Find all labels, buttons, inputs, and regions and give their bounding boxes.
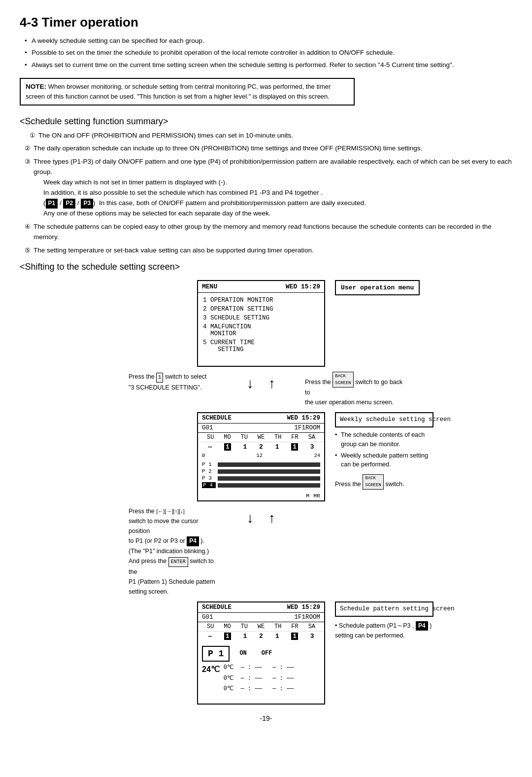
sp-num-th: 1: [275, 633, 279, 640]
press-select-item: "3 SCHEDULE SETTING".: [129, 384, 202, 391]
num-we: 2: [259, 443, 263, 451]
item-1-text: The ON and OFF (PROHIBITION and PERMISSI…: [38, 132, 293, 139]
note-label: NOTE:: [26, 83, 46, 90]
right-press-back: Press the BACKSCREEN switch to go back t…: [305, 372, 403, 408]
right-panel-pattern: Schedule pattern setting screen • Schedu…: [335, 601, 433, 640]
item-1: ① The ON and OFF (PROHIBITION and PERMIS…: [30, 131, 512, 141]
sp-num-mo: 1: [224, 633, 231, 640]
press-cursor-text9: setting screen.: [129, 588, 168, 595]
diagram-section: MENU WED 15:29 1 OPERATION MONITOR 2 OPE…: [20, 280, 512, 705]
p4-badge-cursor: P4: [187, 536, 199, 546]
day-th: TH: [274, 434, 281, 441]
sched-mr: MR: [313, 493, 320, 499]
press-back2-text2: switch.: [385, 481, 404, 488]
num-tu: 1: [243, 443, 247, 451]
center-arrows-2: ↓ ↑: [227, 506, 295, 530]
p1-big-label: P 1: [202, 646, 230, 662]
p2-bar: [218, 469, 320, 474]
pattern-desc1: • Schedule pattern (P1～P3 ,: [335, 622, 414, 629]
enter-btn-icon: ENTER: [168, 557, 188, 567]
menu-screen: MENU WED 15:29 1 OPERATION MONITOR 2 OPE…: [197, 280, 325, 367]
temp-row-1: 0℃ — : —— — : ——: [224, 663, 294, 673]
menu-screen-body: 1 OPERATION MONITOR 2 OPERATION SETTING …: [198, 293, 324, 366]
sched-bottom: M MR: [198, 491, 324, 500]
row-2: SCHEDULE WED 15:29 G01 1F1ROOM SU MO TU …: [20, 412, 512, 501]
p3-label: P 3: [202, 475, 216, 481]
center-panel-2: SCHEDULE WED 15:29 G01 1F1ROOM SU MO TU …: [197, 412, 325, 501]
item-3-line1: Three types (P1-P3) of daily ON/OFF patt…: [33, 158, 512, 176]
temp-big: 24℃: [202, 663, 220, 674]
press-cursor-text5: (The "P1" indication blinking.): [129, 548, 209, 555]
sched-pat-header-right: WED 15:29: [287, 604, 320, 611]
sched-pat-subheader: G01 1F1ROOM: [198, 613, 324, 622]
page-title: 4-3 Timer operation: [20, 15, 512, 30]
num-4: ④: [25, 222, 31, 232]
pattern-desc2: ): [430, 622, 432, 629]
num-th: 1: [275, 443, 279, 451]
row-3: SCHEDULE WED 15:29 G01 1F1ROOM SU MO TU …: [20, 601, 512, 705]
pattern-p1: P 1: [202, 461, 320, 467]
arrow-down-1: ↓: [247, 376, 254, 391]
timeline-12: 12: [257, 453, 263, 459]
intro-bullets: A weekly schedule setting can be specifi…: [25, 36, 512, 70]
page-number: -19-: [260, 714, 272, 722]
press-cursor-text6: And press the: [129, 558, 166, 565]
sp-num-we: 2: [259, 633, 263, 640]
p2-label: P 2: [202, 468, 216, 474]
menu-screen-header: MENU WED 15:29: [198, 281, 324, 293]
menu-item-3: 3 SCHEDULE SETTING: [203, 314, 319, 322]
select-btn-icon: 1: [156, 373, 163, 383]
sched-header: SCHEDULE WED 15:29: [198, 413, 324, 424]
sp-num-tu: 1: [243, 633, 247, 640]
center-arrows-1: ↓ ↑: [227, 372, 295, 395]
p4-badge-pattern: P4: [416, 621, 428, 631]
day-mo: MO: [224, 434, 231, 441]
press-cursor-text2: switch to move the cursor position: [129, 518, 199, 534]
sp-day-tu: TU: [241, 623, 248, 630]
right-panel-1: User operation menu: [335, 280, 433, 296]
off-header: OFF: [262, 650, 272, 657]
pattern-desc: • Schedule pattern (P1～P3 , P4 ) setting…: [335, 621, 433, 641]
day-fr: FR: [291, 434, 298, 441]
right-panel-weekly: Weekly schedule setting screen The sched…: [335, 412, 433, 490]
center-panel-1: MENU WED 15:29 1 OPERATION MONITOR 2 OPE…: [197, 280, 325, 367]
arrow-down-2: ↓: [247, 510, 254, 526]
sched-room: 1F1ROOM: [294, 424, 320, 431]
menu-item-2: 2 OPERATION SETTING: [203, 305, 319, 314]
press-back2: Press the BACKSCREEN switch.: [335, 474, 433, 490]
bullet-1: A weekly schedule setting can be specifi…: [25, 36, 512, 46]
p3-bar: [218, 476, 320, 481]
press-cursor-text8: P1 (Pattern 1) Schedule pattern: [129, 578, 215, 585]
menu-item-5: 5 CURRENT TIME SETTING: [203, 338, 319, 354]
item-3-badges: (P1 / P2 / P3) In this case, both of ON/…: [43, 199, 366, 207]
day-labels-row: SU MO TU WE TH FR SA: [198, 433, 324, 442]
day-nums-row: — 1 1 2 1 1 3: [198, 442, 324, 452]
sched-m: M: [306, 493, 309, 499]
p4-bar: [218, 483, 320, 488]
pattern-desc3: setting can be performed.: [335, 632, 405, 639]
num-mo: 1: [224, 443, 231, 451]
numbered-items: ① The ON and OFF (PROHIBITION and PERMIS…: [25, 131, 512, 256]
center-panel-3: SCHEDULE WED 15:29 G01 1F1ROOM SU MO TU …: [197, 601, 325, 705]
timeline-row: 0 12 24: [198, 452, 324, 459]
press-cursor-text1: Press the: [129, 508, 155, 515]
left-cursor-text: Press the [←][→][↑][↓] switch to move th…: [129, 506, 217, 597]
pattern-detail: P 1 ON OFF 24℃ 0℃ — : —— — : —— 0: [198, 641, 324, 699]
pattern-p2: P 2: [202, 468, 320, 474]
schedule-screen-weekly: SCHEDULE WED 15:29 G01 1F1ROOM SU MO TU …: [197, 412, 325, 501]
note-box: NOTE: When browser monitoring, or schedu…: [20, 78, 355, 106]
menu-header-left: MENU: [202, 283, 217, 290]
item-2-text: The daily operation schedule can include…: [33, 144, 422, 152]
timeline-0: 0: [202, 453, 205, 459]
press-cursor-text3: to P1 (or P2 or P3 or: [129, 537, 185, 544]
sp-num-fr: 1: [291, 633, 298, 640]
menu-item-1: 1 OPERATION MONITOR: [203, 296, 319, 305]
on-header: ON: [239, 650, 246, 657]
num-fr: 1: [291, 443, 298, 451]
day-we: WE: [258, 434, 265, 441]
press-back2-text1: Press the: [335, 481, 361, 488]
sched-header-left: SCHEDULE: [202, 415, 232, 422]
row-1: MENU WED 15:29 1 OPERATION MONITOR 2 OPE…: [20, 280, 512, 367]
sp-day-we: WE: [258, 623, 265, 630]
num-2: ②: [25, 143, 31, 153]
